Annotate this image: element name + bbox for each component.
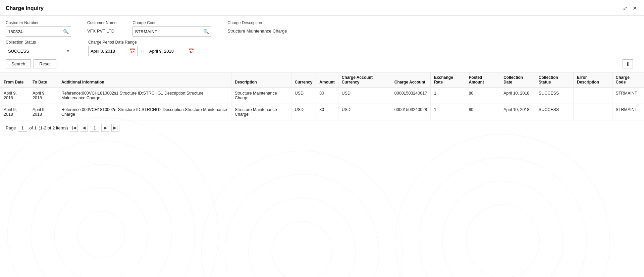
cell-row1-col12	[574, 104, 612, 120]
col-currency: Currency	[291, 72, 316, 88]
reset-button[interactable]: Reset	[34, 59, 56, 68]
charge-code-field: Charge Code 🔍	[132, 20, 211, 37]
header-actions: ⤢ ✕	[622, 4, 638, 12]
date-to-input[interactable]	[149, 49, 186, 54]
cell-row0-col6: USD	[338, 88, 391, 104]
download-button[interactable]: ⬇	[623, 59, 633, 68]
form-row-1: Customer Number 🔍 Customer Name VFX PVT …	[6, 20, 638, 37]
items-label: (1-2 of 2 items)	[39, 125, 68, 130]
prev-page-button[interactable]: ◀	[80, 124, 88, 132]
col-amount: Amount	[316, 72, 338, 88]
svg-point-5	[202, 151, 402, 277]
cell-row0-col11: SUCCESS	[535, 88, 573, 104]
svg-point-2	[31, 164, 171, 277]
cell-row0-col7: 00001503240017	[391, 88, 430, 104]
charge-period-label: Charge Period Date Range	[88, 40, 196, 45]
customer-name-label: Customer Name	[87, 20, 116, 25]
next-page-button[interactable]: ▶	[101, 124, 109, 132]
page-label: Page	[6, 125, 16, 130]
col-charge-account-currency: Charge Account Currency	[338, 72, 391, 88]
page-input-box: 1	[90, 124, 99, 132]
modal-container: Charge Inquiry ⤢ ✕ Customer Number 🔍 Cus…	[0, 0, 644, 277]
cell-row1-col10: April 10, 2018	[500, 104, 535, 120]
last-page-button[interactable]: ▶|	[111, 124, 119, 132]
date-range-arrow-icon: ↔	[140, 48, 145, 54]
expand-icon: ⤢	[623, 5, 627, 11]
table-section: From Date To Date Additional Information…	[0, 72, 644, 120]
svg-point-9	[395, 134, 609, 277]
close-icon: ✕	[633, 5, 637, 11]
cell-row0-col2: Reference:000VCH1810002s1 Structure ID:S…	[58, 88, 231, 104]
svg-point-12	[466, 205, 539, 277]
charge-code-label: Charge Code	[132, 20, 211, 25]
expand-button[interactable]: ⤢	[622, 4, 629, 12]
cell-row0-col9: 80	[465, 88, 500, 104]
form-actions-wrapper: Search Reset ⬇	[6, 59, 638, 68]
customer-number-search-icon[interactable]: 🔍	[63, 29, 69, 34]
cell-row0-col5: 80	[316, 88, 338, 104]
table-row: April 9, 2018April 9, 2018Reference:000V…	[0, 104, 644, 120]
col-charge-account: Charge Account	[391, 72, 430, 88]
col-error-description: Error Description	[574, 72, 612, 88]
calendar-to-icon[interactable]: 📅	[188, 48, 194, 54]
results-table: From Date To Date Additional Information…	[0, 72, 644, 120]
current-page: 1	[21, 125, 24, 130]
col-from-date: From Date	[0, 72, 29, 88]
svg-point-8	[272, 221, 332, 277]
customer-number-label: Customer Number	[6, 20, 71, 25]
charge-description-value: Structure Maintenance Charge	[227, 26, 287, 36]
col-collection-date: Collection Date	[500, 72, 535, 88]
collection-status-field: Collection Status SUCCESS PENDING FAILED…	[6, 40, 72, 56]
cell-row1-col1: April 9, 2018	[29, 104, 58, 120]
calendar-from-icon[interactable]: 📅	[129, 48, 135, 54]
download-icon: ⬇	[626, 61, 630, 67]
of-label: of 1	[29, 125, 37, 130]
date-from-input-wrapper: 📅	[88, 46, 138, 56]
page-number-box: 1	[18, 124, 27, 132]
close-button[interactable]: ✕	[631, 4, 638, 12]
customer-name-value: VFX PVT LTD	[87, 26, 116, 36]
col-posted-amount: Posted Amount	[465, 72, 500, 88]
first-page-button[interactable]: |◀	[70, 124, 78, 132]
search-button[interactable]: Search	[6, 59, 31, 68]
svg-point-1	[7, 141, 195, 277]
cell-row1-col3: Structure Maintenance Charge	[231, 104, 291, 120]
table-header-row: From Date To Date Additional Information…	[0, 72, 644, 88]
btn-row: Search Reset	[6, 59, 638, 68]
charge-code-input[interactable]	[135, 29, 202, 34]
cell-row1-col5: 80	[316, 104, 338, 120]
form-row-2: Collection Status SUCCESS PENDING FAILED…	[6, 40, 638, 56]
select-arrow-icon: ▼	[66, 49, 70, 53]
customer-number-input[interactable]	[8, 29, 62, 34]
cell-row1-col9: 80	[465, 104, 500, 120]
col-exchange-rate: Exchange Rate	[431, 72, 465, 88]
cell-row0-col1: April 9, 2018	[29, 88, 58, 104]
svg-point-11	[442, 181, 563, 277]
table-row: April 9, 2018April 9, 2018Reference:000V…	[0, 88, 644, 104]
col-to-date: To Date	[29, 72, 58, 88]
col-charge-code: Charge Code	[612, 72, 644, 88]
collection-status-select-wrapper: SUCCESS PENDING FAILED ▼	[6, 46, 72, 56]
cell-row0-col10: April 10, 2018	[500, 88, 535, 104]
svg-point-10	[419, 158, 586, 277]
col-description: Description	[231, 72, 291, 88]
date-from-input[interactable]	[91, 49, 127, 54]
cell-row1-col6: USD	[338, 104, 391, 120]
cell-row1-col11: SUCCESS	[535, 104, 573, 120]
form-section: Customer Number 🔍 Customer Name VFX PVT …	[0, 16, 644, 72]
charge-code-search-icon[interactable]: 🔍	[203, 29, 209, 34]
cell-row1-col2: Reference:000VCH1810002rr Structure ID:S…	[58, 104, 231, 120]
charge-period-field: Charge Period Date Range 📅 ↔ 📅	[88, 40, 196, 56]
cell-row0-col0: April 9, 2018	[0, 88, 29, 104]
cell-row0-col3: Structure Maintenance Charge	[231, 88, 291, 104]
table-body: April 9, 2018April 9, 2018Reference:000V…	[0, 88, 644, 120]
svg-point-0	[0, 117, 218, 277]
date-to-input-wrapper: 📅	[147, 46, 196, 56]
customer-number-field: Customer Number 🔍	[6, 20, 71, 37]
collection-status-select[interactable]: SUCCESS PENDING FAILED	[8, 49, 65, 54]
cell-row1-col13: STRMAINT	[612, 104, 644, 120]
pagination: Page 1 of 1 (1-2 of 2 items) |◀ ◀ 1 ▶ ▶|	[0, 120, 644, 135]
modal-header: Charge Inquiry ⤢ ✕	[0, 0, 644, 16]
col-additional-info: Additional Information	[58, 72, 231, 88]
cell-row1-col7: 00001503240028	[391, 104, 430, 120]
